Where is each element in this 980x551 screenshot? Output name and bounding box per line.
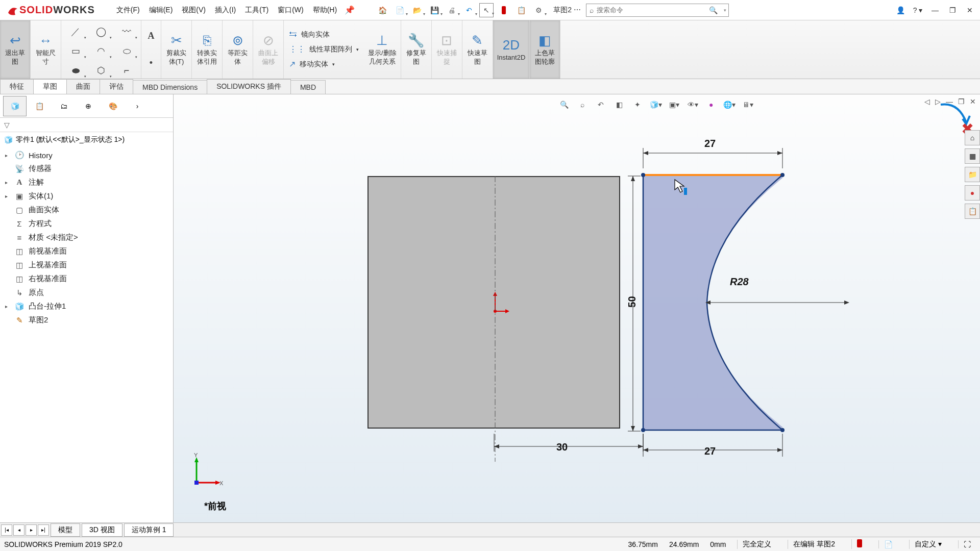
tab-nav-first[interactable]: |◂ [1, 524, 12, 536]
scene-icon[interactable]: 🌐▾ [722, 97, 737, 112]
convert-button[interactable]: ⎘转换实 体引用 [192, 20, 223, 79]
display-tab[interactable]: 🎨 [101, 96, 125, 116]
tree-solid-bodies[interactable]: ▸▣实体(1) [0, 189, 173, 203]
tree-top-plane[interactable]: ◫上视基准面 [0, 258, 173, 272]
mdi-prev-icon[interactable]: ◁ [924, 97, 930, 106]
taskpane-home-icon[interactable]: ⌂ [965, 130, 980, 145]
help-icon[interactable]: ? ▾ [912, 4, 924, 16]
fillet-tool[interactable]: ⌐ [114, 61, 139, 80]
dynamic-icon[interactable]: ✦ [630, 97, 645, 112]
search-dropdown-icon[interactable]: ▾ [722, 8, 728, 13]
status-units[interactable]: 自定义 ▾ [909, 540, 947, 549]
point-tool[interactable]: • [143, 56, 159, 71]
restore-icon[interactable]: ❐ [946, 4, 959, 16]
tree-annotations[interactable]: ▸A注解 [0, 176, 173, 189]
tab-sketch[interactable]: 草图 [33, 79, 67, 94]
tree-surface-bodies[interactable]: ▢曲面实体 [0, 203, 173, 217]
taskpane-appearance-icon[interactable]: ● [965, 185, 980, 201]
tab-nav-prev[interactable]: ◂ [13, 524, 24, 536]
dim-height-value[interactable]: 50 [626, 296, 638, 307]
pin-icon[interactable]: 📌 [345, 5, 355, 15]
dim-bottom-left-value[interactable]: 30 [556, 441, 568, 453]
menu-window[interactable]: 窗口(W) [278, 6, 304, 15]
sketch-profile[interactable] [643, 175, 857, 461]
ellipse-tool[interactable]: ⬭▾ [114, 42, 139, 60]
config-tab[interactable]: 🗂 [52, 96, 76, 116]
offset-button[interactable]: ⊚等距实 体 [223, 20, 253, 79]
zoom-area-icon[interactable]: ⌕ [575, 97, 590, 112]
polygon-tool[interactable]: ⬡▾ [89, 61, 113, 80]
tab-evaluate[interactable]: 评估 [100, 79, 133, 94]
spline-tool[interactable]: 〰▾ [114, 22, 139, 41]
instant2d-button[interactable]: 2DInstant2D [493, 20, 530, 79]
tab-mbd-dimensions[interactable]: MBD Dimensions [133, 80, 207, 94]
taskpane-design-icon[interactable]: ▦ [965, 148, 980, 164]
tab-motion-study[interactable]: 运动算例 1 [124, 523, 174, 537]
open-icon[interactable]: 📂▾ [410, 3, 424, 17]
home-icon[interactable]: 🏠 [375, 3, 389, 17]
section-view-icon[interactable]: ◧ [612, 97, 626, 112]
trim-button[interactable]: ✂剪裁实 体(T) [161, 20, 192, 79]
close-icon[interactable]: ✕ [964, 4, 976, 16]
rebuild-icon[interactable] [497, 3, 511, 17]
repair-sketch-button[interactable]: 🔧修复草 图 [401, 20, 432, 79]
undo-icon[interactable]: ↶▾ [462, 3, 476, 17]
exit-sketch-button[interactable]: ↩退出草 图 [0, 20, 31, 79]
dim-radius-value[interactable]: R28 [730, 276, 749, 288]
tree-front-plane[interactable]: ◫前视基准面 [0, 244, 173, 258]
select-icon[interactable]: ↖▾ [479, 3, 494, 17]
filter-bar[interactable]: ▽ [0, 118, 173, 132]
settings-icon[interactable]: ⚙▾ [531, 3, 546, 17]
menu-view[interactable]: 视图(V) [182, 6, 206, 15]
tab-feature[interactable]: 特征 [0, 79, 34, 94]
smart-dimension-button[interactable]: ↔智能尺 寸 [31, 20, 61, 79]
appearance-icon[interactable]: ● [704, 97, 718, 112]
graphics-area[interactable]: 🔍 ⌕ ↶ ◧ ✦ 🧊▾ ▣▾ 👁▾ ● 🌐▾ 🖥▾ ◁ ▷ — ❐ ✕ ✖ [174, 94, 980, 522]
tab-solidworks-addins[interactable]: SOLIDWORKS 插件 [207, 79, 291, 94]
hide-show-icon[interactable]: 👁▾ [685, 97, 700, 112]
linear-pattern-button[interactable]: ⋮⋮线性草图阵列 ▾ [289, 44, 359, 54]
minimize-icon[interactable]: — [929, 4, 941, 16]
part-root[interactable]: 🧊零件1 (默认<<默认>_显示状态 1>) [0, 132, 173, 147]
print-icon[interactable]: 🖨▾ [445, 3, 459, 17]
property-tab[interactable]: 📋 [28, 96, 51, 116]
status-rebuild-icon[interactable] [851, 539, 867, 549]
taskpane-props-icon[interactable]: 📋 [965, 204, 980, 219]
tab-3d-view[interactable]: 3D 视图 [82, 523, 122, 537]
view-settings-icon[interactable]: 🖥▾ [741, 97, 755, 112]
dim-bottom-right-value[interactable]: 27 [704, 445, 716, 457]
tree-extrude[interactable]: ▸🧊凸台-拉伸1 [0, 299, 173, 313]
tree-material[interactable]: ≡材质 <未指定> [0, 231, 173, 244]
user-icon[interactable]: 👤 [894, 4, 906, 16]
mirror-button[interactable]: ⮀镜向实体 [289, 30, 359, 39]
menu-insert[interactable]: 插入(I) [215, 6, 236, 15]
tab-surface[interactable]: 曲面 [66, 79, 100, 94]
save-icon[interactable]: 💾▾ [427, 3, 442, 17]
shade-sketch-button[interactable]: ◧上色草 图轮廓 [530, 20, 560, 79]
menu-edit[interactable]: 编辑(E) [149, 6, 173, 15]
tree-right-plane[interactable]: ◫右视基准面 [0, 272, 173, 286]
tab-nav-next[interactable]: ▸ [26, 524, 37, 536]
arc-tool[interactable]: ◠▾ [89, 42, 113, 60]
new-icon[interactable]: 📄▾ [393, 3, 407, 17]
menu-help[interactable]: 帮助(H) [313, 6, 337, 15]
tab-model[interactable]: 模型 [51, 523, 80, 537]
search-input[interactable] [597, 6, 705, 14]
feature-tree-tab[interactable]: 🧊 [3, 96, 27, 116]
tab-mbd[interactable]: MBD [290, 80, 326, 94]
rectangle-tool[interactable]: ▭▾ [63, 42, 88, 60]
search-icon[interactable]: 🔍 [705, 6, 722, 14]
circle-tool[interactable]: ◯▾ [89, 22, 113, 41]
rapid-sketch-button[interactable]: ✎快速草 图 [462, 20, 493, 79]
move-button[interactable]: ↗移动实体 ▾ [289, 59, 359, 69]
status-doc-icon[interactable]: 📄 [878, 540, 898, 548]
display-style-icon[interactable]: ▣▾ [667, 97, 681, 112]
line-tool[interactable]: ／▾ [63, 22, 88, 41]
view-orient-icon[interactable]: 🧊▾ [649, 97, 663, 112]
options-list-icon[interactable]: 📋 [514, 3, 528, 17]
tree-origin[interactable]: ↳原点 [0, 286, 173, 299]
prev-view-icon[interactable]: ↶ [594, 97, 608, 112]
slot-tool[interactable]: ⬬▾ [63, 61, 88, 80]
menu-tools[interactable]: 工具(T) [245, 6, 268, 15]
command-search[interactable]: ⌕ 🔍 ▾ [586, 4, 729, 17]
